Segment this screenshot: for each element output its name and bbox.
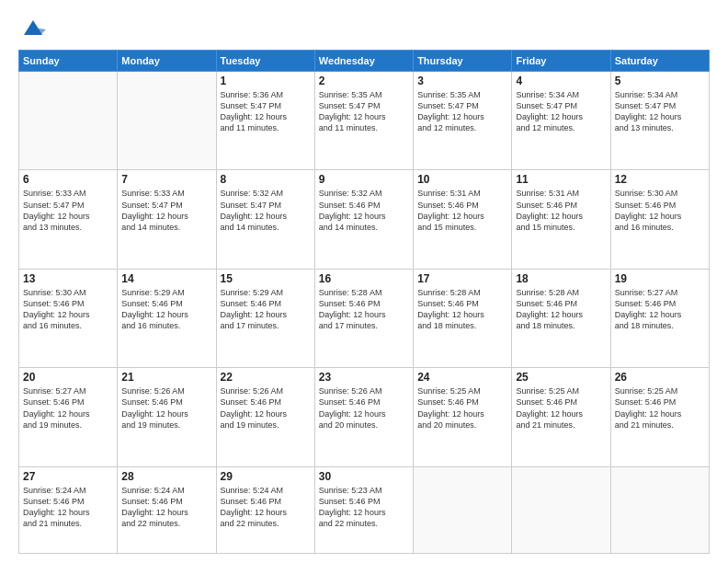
day-number: 27 <box>23 470 113 483</box>
day-info: Sunrise: 5:34 AM Sunset: 5:47 PM Dayligh… <box>615 89 705 134</box>
day-number: 21 <box>121 371 211 384</box>
calendar-cell: 25Sunrise: 5:25 AM Sunset: 5:46 PM Dayli… <box>512 368 610 466</box>
calendar-cell: 6Sunrise: 5:33 AM Sunset: 5:47 PM Daylig… <box>19 170 118 269</box>
day-info: Sunrise: 5:24 AM Sunset: 5:46 PM Dayligh… <box>221 485 311 530</box>
day-number: 24 <box>417 371 507 384</box>
day-info: Sunrise: 5:30 AM Sunset: 5:46 PM Dayligh… <box>615 188 705 233</box>
calendar-table: SundayMondayTuesdayWednesdayThursdayFrid… <box>18 50 710 554</box>
calendar-cell <box>118 72 216 170</box>
day-number: 17 <box>417 272 507 285</box>
day-number: 22 <box>221 371 311 384</box>
day-info: Sunrise: 5:28 AM Sunset: 5:46 PM Dayligh… <box>319 287 409 332</box>
calendar-cell: 17Sunrise: 5:28 AM Sunset: 5:46 PM Dayli… <box>414 269 512 367</box>
calendar-cell: 11Sunrise: 5:31 AM Sunset: 5:46 PM Dayli… <box>512 170 610 269</box>
day-number: 15 <box>221 272 311 285</box>
calendar-cell: 18Sunrise: 5:28 AM Sunset: 5:46 PM Dayli… <box>512 269 610 367</box>
weekday-header-friday: Friday <box>512 51 610 72</box>
day-info: Sunrise: 5:31 AM Sunset: 5:46 PM Dayligh… <box>417 188 507 233</box>
day-info: Sunrise: 5:26 AM Sunset: 5:46 PM Dayligh… <box>319 385 409 431</box>
day-info: Sunrise: 5:24 AM Sunset: 5:46 PM Dayligh… <box>121 485 211 530</box>
calendar-cell: 1Sunrise: 5:36 AM Sunset: 5:47 PM Daylig… <box>216 72 314 170</box>
day-info: Sunrise: 5:29 AM Sunset: 5:46 PM Dayligh… <box>221 287 311 332</box>
header <box>18 15 710 40</box>
calendar-cell <box>512 466 610 553</box>
weekday-header-row: SundayMondayTuesdayWednesdayThursdayFrid… <box>19 51 710 72</box>
day-info: Sunrise: 5:23 AM Sunset: 5:46 PM Dayligh… <box>319 485 409 530</box>
logo <box>18 15 46 40</box>
day-info: Sunrise: 5:35 AM Sunset: 5:47 PM Dayligh… <box>417 89 507 134</box>
day-info: Sunrise: 5:34 AM Sunset: 5:47 PM Dayligh… <box>516 89 606 134</box>
day-number: 19 <box>615 272 705 285</box>
calendar-cell: 16Sunrise: 5:28 AM Sunset: 5:46 PM Dayli… <box>314 269 413 367</box>
day-number: 7 <box>121 173 211 186</box>
week-row-3: 13Sunrise: 5:30 AM Sunset: 5:46 PM Dayli… <box>19 269 710 367</box>
calendar-cell: 10Sunrise: 5:31 AM Sunset: 5:46 PM Dayli… <box>414 170 512 269</box>
day-number: 3 <box>417 75 507 87</box>
day-number: 14 <box>121 272 211 285</box>
day-number: 25 <box>516 371 606 384</box>
calendar-cell: 4Sunrise: 5:34 AM Sunset: 5:47 PM Daylig… <box>512 72 610 170</box>
day-info: Sunrise: 5:26 AM Sunset: 5:46 PM Dayligh… <box>121 385 211 431</box>
day-number: 2 <box>319 75 409 87</box>
calendar-cell <box>414 466 512 553</box>
day-number: 29 <box>221 470 311 483</box>
calendar-cell: 23Sunrise: 5:26 AM Sunset: 5:46 PM Dayli… <box>314 368 413 466</box>
day-info: Sunrise: 5:33 AM Sunset: 5:47 PM Dayligh… <box>23 188 113 233</box>
day-number: 30 <box>319 470 409 483</box>
day-info: Sunrise: 5:25 AM Sunset: 5:46 PM Dayligh… <box>417 385 507 431</box>
weekday-header-monday: Monday <box>118 51 216 72</box>
calendar-cell: 27Sunrise: 5:24 AM Sunset: 5:46 PM Dayli… <box>19 466 118 553</box>
day-number: 4 <box>516 75 606 87</box>
day-info: Sunrise: 5:32 AM Sunset: 5:47 PM Dayligh… <box>221 188 311 233</box>
day-info: Sunrise: 5:26 AM Sunset: 5:46 PM Dayligh… <box>221 385 311 431</box>
day-number: 18 <box>516 272 606 285</box>
calendar-cell: 5Sunrise: 5:34 AM Sunset: 5:47 PM Daylig… <box>610 72 709 170</box>
day-info: Sunrise: 5:27 AM Sunset: 5:46 PM Dayligh… <box>23 385 113 431</box>
day-info: Sunrise: 5:29 AM Sunset: 5:46 PM Dayligh… <box>121 287 211 332</box>
day-number: 1 <box>221 75 311 87</box>
calendar-cell: 2Sunrise: 5:35 AM Sunset: 5:47 PM Daylig… <box>314 72 413 170</box>
day-info: Sunrise: 5:35 AM Sunset: 5:47 PM Dayligh… <box>319 89 409 134</box>
calendar-cell: 13Sunrise: 5:30 AM Sunset: 5:46 PM Dayli… <box>19 269 118 367</box>
weekday-header-sunday: Sunday <box>19 51 118 72</box>
day-info: Sunrise: 5:33 AM Sunset: 5:47 PM Dayligh… <box>121 188 211 233</box>
calendar-cell: 29Sunrise: 5:24 AM Sunset: 5:46 PM Dayli… <box>216 466 314 553</box>
calendar-cell: 8Sunrise: 5:32 AM Sunset: 5:47 PM Daylig… <box>216 170 314 269</box>
week-row-5: 27Sunrise: 5:24 AM Sunset: 5:46 PM Dayli… <box>19 466 710 553</box>
calendar-cell: 12Sunrise: 5:30 AM Sunset: 5:46 PM Dayli… <box>610 170 709 269</box>
page: SundayMondayTuesdayWednesdayThursdayFrid… <box>0 0 728 563</box>
day-info: Sunrise: 5:25 AM Sunset: 5:46 PM Dayligh… <box>516 385 606 431</box>
calendar-cell: 28Sunrise: 5:24 AM Sunset: 5:46 PM Dayli… <box>118 466 216 553</box>
day-info: Sunrise: 5:24 AM Sunset: 5:46 PM Dayligh… <box>23 485 113 530</box>
day-number: 11 <box>516 173 606 186</box>
day-number: 9 <box>319 173 409 186</box>
week-row-4: 20Sunrise: 5:27 AM Sunset: 5:46 PM Dayli… <box>19 368 710 466</box>
calendar-cell <box>610 466 709 553</box>
day-info: Sunrise: 5:31 AM Sunset: 5:46 PM Dayligh… <box>516 188 606 233</box>
calendar-cell: 7Sunrise: 5:33 AM Sunset: 5:47 PM Daylig… <box>118 170 216 269</box>
day-info: Sunrise: 5:32 AM Sunset: 5:46 PM Dayligh… <box>319 188 409 233</box>
calendar-cell: 26Sunrise: 5:25 AM Sunset: 5:46 PM Dayli… <box>610 368 709 466</box>
day-number: 16 <box>319 272 409 285</box>
logo-icon <box>20 15 46 40</box>
calendar-cell: 22Sunrise: 5:26 AM Sunset: 5:46 PM Dayli… <box>216 368 314 466</box>
calendar-cell: 15Sunrise: 5:29 AM Sunset: 5:46 PM Dayli… <box>216 269 314 367</box>
week-row-2: 6Sunrise: 5:33 AM Sunset: 5:47 PM Daylig… <box>19 170 710 269</box>
weekday-header-thursday: Thursday <box>414 51 512 72</box>
day-number: 8 <box>221 173 311 186</box>
day-number: 28 <box>121 470 211 483</box>
day-info: Sunrise: 5:28 AM Sunset: 5:46 PM Dayligh… <box>417 287 507 332</box>
calendar-cell: 3Sunrise: 5:35 AM Sunset: 5:47 PM Daylig… <box>414 72 512 170</box>
day-info: Sunrise: 5:36 AM Sunset: 5:47 PM Dayligh… <box>221 89 311 134</box>
week-row-1: 1Sunrise: 5:36 AM Sunset: 5:47 PM Daylig… <box>19 72 710 170</box>
weekday-header-tuesday: Tuesday <box>216 51 314 72</box>
calendar-cell: 19Sunrise: 5:27 AM Sunset: 5:46 PM Dayli… <box>610 269 709 367</box>
calendar-cell <box>19 72 118 170</box>
calendar-cell: 30Sunrise: 5:23 AM Sunset: 5:46 PM Dayli… <box>314 466 413 553</box>
weekday-header-wednesday: Wednesday <box>314 51 413 72</box>
day-info: Sunrise: 5:25 AM Sunset: 5:46 PM Dayligh… <box>615 385 705 431</box>
calendar-cell: 20Sunrise: 5:27 AM Sunset: 5:46 PM Dayli… <box>19 368 118 466</box>
calendar-cell: 9Sunrise: 5:32 AM Sunset: 5:46 PM Daylig… <box>314 170 413 269</box>
day-info: Sunrise: 5:28 AM Sunset: 5:46 PM Dayligh… <box>516 287 606 332</box>
calendar-cell: 21Sunrise: 5:26 AM Sunset: 5:46 PM Dayli… <box>118 368 216 466</box>
